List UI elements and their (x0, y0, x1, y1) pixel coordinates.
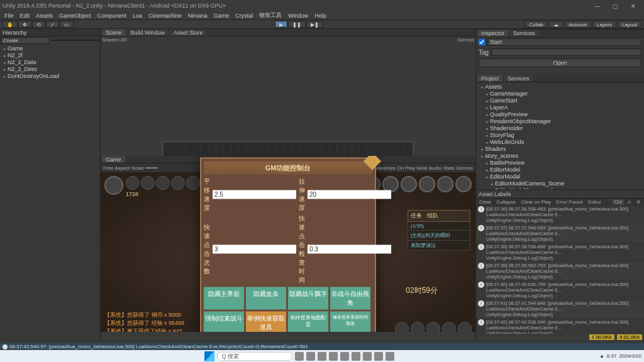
click-time-input[interactable] (308, 244, 391, 253)
taskbar-app[interactable] (363, 352, 372, 361)
project-item[interactable]: GameStart (479, 97, 641, 104)
zoom-speed-input[interactable] (308, 190, 391, 199)
game-scene[interactable]: 1728 何人识得此阵? 任务 组队 (1/35) [主线]|则天的嘱咐 离阳梦… (101, 172, 475, 332)
skill-button[interactable] (395, 322, 409, 332)
tray-icon[interactable]: ▲ (599, 353, 604, 359)
console-log-entry[interactable]: i[08:37:38] 08:37:38.538-668: [preload/l… (476, 243, 644, 262)
account-dropdown[interactable]: Account (564, 21, 591, 28)
tab-scene[interactable]: Scene (102, 29, 126, 36)
hide-dmg-button[interactable]: 隐藏战斗飘字 (288, 287, 328, 309)
console-clear[interactable]: Clear (477, 199, 493, 205)
tab-services[interactable]: Services (509, 30, 539, 36)
console-collapse[interactable]: Collapse (494, 199, 518, 205)
project-item[interactable]: EditorModal (479, 173, 641, 180)
tray-date[interactable]: 2024/3/20 (619, 353, 641, 359)
menu-window[interactable]: Window (286, 13, 310, 19)
skill-button[interactable] (442, 322, 456, 332)
project-item[interactable]: EditorModel (479, 167, 641, 173)
enemy-avatar[interactable] (455, 176, 472, 192)
project-item[interactable]: StoryFlag (479, 132, 641, 139)
tab-build[interactable]: Build Window (127, 29, 169, 36)
cloud-icon[interactable]: ☁ (549, 21, 563, 28)
hierarchy-tab[interactable]: Hierarchy (0, 29, 100, 36)
maximize-toggle[interactable]: Maximize On Play (374, 165, 414, 171)
console-log-entry[interactable]: i[08:37:36] 08:37:36.530-483: [preload/l… (476, 206, 644, 224)
menu-assets[interactable]: Assets (34, 13, 55, 19)
move-tool[interactable]: ✥ (18, 21, 31, 28)
menu-gameobject[interactable]: GameObject (57, 13, 93, 19)
project-item[interactable]: BattlePreview (479, 160, 641, 167)
hud-icon[interactable] (156, 176, 170, 190)
project-item[interactable]: story_scenes (479, 153, 641, 160)
console-clearonplay[interactable]: Clear on Play (519, 199, 553, 205)
menu-tools[interactable]: 物资工具 (257, 11, 284, 19)
project-item[interactable]: Assets (479, 84, 641, 90)
project-item[interactable]: WebLifeGrids (479, 139, 641, 146)
menu-cinemachine[interactable]: Cinemachine (147, 13, 184, 19)
free-cam-button[interactable]: 非战斗自由视角 (330, 287, 370, 309)
tag-dropdown[interactable] (491, 48, 641, 56)
project-item[interactable]: LayerA (479, 104, 641, 111)
taskbar-app[interactable] (386, 352, 394, 361)
hierarchy-search[interactable] (51, 40, 100, 41)
start-button[interactable] (204, 351, 214, 361)
project-item[interactable]: ResidentObjectManager (479, 118, 641, 125)
project-item[interactable]: ShadeHolder (479, 125, 641, 132)
layers-dropdown[interactable]: Layers (592, 21, 616, 28)
menu-edit[interactable]: Edit (18, 13, 32, 19)
console-log-entry[interactable]: i[08:37:40] 08:37:40.836-799: [preload/l… (476, 281, 644, 300)
hierarchy-item[interactable]: N2_2_Data (3, 59, 97, 66)
shaded-dropdown[interactable]: Shaded (102, 37, 119, 43)
step-button[interactable]: ▶❚ (306, 21, 323, 28)
tray-time[interactable]: 8:37 (607, 353, 617, 359)
mute-toggle[interactable]: Mute Audio (416, 165, 441, 171)
hud-icon[interactable] (126, 176, 140, 190)
menu-nirvana[interactable]: Nirvana (186, 13, 209, 19)
project-item[interactable]: EditorModelCamera_Scene (479, 180, 641, 187)
close-button[interactable]: ✕ (625, 3, 641, 9)
console-log-entry[interactable]: i[08:37:39] 08:37:39.562-753: [preload/l… (476, 262, 644, 281)
menu-game[interactable]: Game (212, 13, 231, 19)
menu-crystal[interactable]: Crystal (233, 13, 255, 19)
quest-line[interactable]: (1/35) (408, 222, 470, 231)
console-log-entry[interactable]: i[08:37:37] 08:37:37.540-583: [preload/l… (476, 224, 644, 243)
menu-lua[interactable]: Lua (131, 13, 144, 19)
tab-game[interactable]: Game (102, 156, 125, 163)
enemy-avatar[interactable] (437, 176, 453, 192)
skill-button[interactable] (458, 322, 472, 332)
2d-toggle[interactable]: 2D (121, 37, 127, 43)
hud-icon[interactable] (171, 176, 185, 190)
hierarchy-item[interactable]: N2_2f (3, 52, 97, 59)
enemy-avatar[interactable] (401, 176, 417, 192)
collab-dropdown[interactable]: Collab (525, 21, 548, 28)
taskbar-search[interactable]: Q 搜索 (217, 352, 292, 361)
skill-button[interactable] (411, 322, 425, 332)
taskbar-app[interactable] (340, 352, 349, 361)
tab-proj-services[interactable]: Services (504, 75, 533, 82)
maximize-button[interactable]: ▢ (607, 3, 623, 9)
quest-line[interactable]: [主线]|则天的嘱咐 (408, 231, 470, 241)
project-item[interactable]: QualityPreview (479, 111, 641, 118)
get-item-button[interactable]: 举例快速获取道具 (246, 311, 286, 332)
console-count[interactable]: 724 (612, 199, 624, 205)
play-button[interactable]: ▶ (275, 21, 287, 28)
quest-line[interactable]: 离阳梦演法 (408, 241, 470, 251)
hierarchy-item[interactable]: DontDestroyOnLoad (3, 73, 97, 80)
pause-button[interactable]: ❚❚ (288, 21, 306, 28)
click-count-input[interactable] (213, 244, 296, 253)
hierarchy-item[interactable]: N2_2_Direc (3, 66, 97, 73)
open-button[interactable]: Open (479, 58, 641, 67)
taskbar-app[interactable] (329, 352, 338, 361)
project-item[interactable]: GameManager (479, 90, 641, 97)
menu-help[interactable]: Help (313, 13, 328, 19)
layout-dropdown[interactable]: Layout (618, 21, 641, 28)
menu-component[interactable]: Component (96, 13, 129, 19)
time-preview-button[interactable]: 修改世界系统时间预览 (330, 311, 370, 332)
console-log-entry[interactable]: i[08:37:42] 08:37:42.538-946: [preload/l… (476, 319, 644, 334)
skill-button[interactable] (426, 322, 440, 332)
taskbar-app[interactable] (306, 352, 315, 361)
project-item[interactable]: Shaders (479, 146, 641, 153)
hud-icon[interactable] (186, 176, 200, 190)
console-errorpause[interactable]: Error Pause (554, 199, 585, 205)
tab-inspector[interactable]: Inspector (477, 30, 508, 36)
